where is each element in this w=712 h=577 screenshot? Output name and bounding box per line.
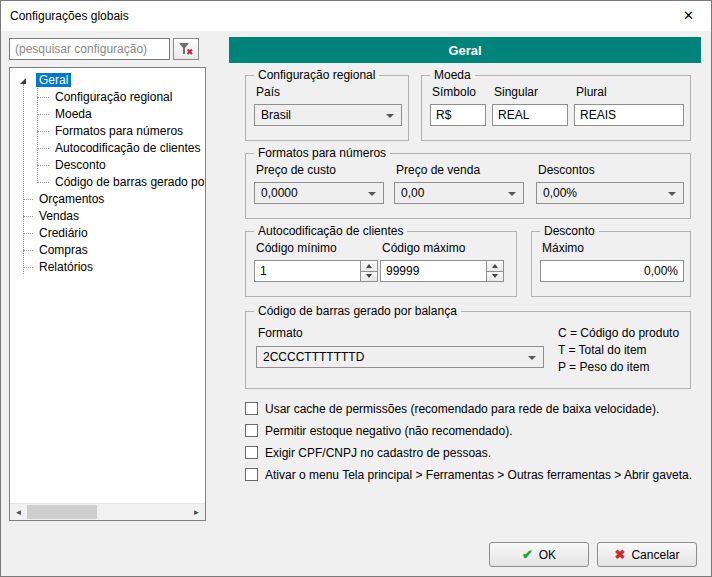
title-bar: Configurações globais ✕ xyxy=(1,1,711,31)
preco-venda-label: Preço de venda xyxy=(396,163,480,177)
tree-item-label[interactable]: Compras xyxy=(36,243,91,257)
tree-item-codigo-barras[interactable]: Código de barras gerado por bala xyxy=(10,174,205,191)
group-moeda: Moeda Símbolo Singular Plural xyxy=(421,75,691,141)
pais-label: País xyxy=(256,85,280,99)
tree-item-label[interactable]: Crediário xyxy=(36,226,91,240)
descontos-label: Descontos xyxy=(538,163,595,177)
plural-field[interactable] xyxy=(574,104,684,126)
spin-up-icon[interactable] xyxy=(487,261,503,271)
scrollbar-thumb[interactable] xyxy=(27,505,97,519)
cancel-button-label: Cancelar xyxy=(631,548,679,562)
group-desconto: Desconto Máximo xyxy=(531,231,691,297)
checkbox-row-cache-permissoes: Usar cache de permissões (recomendado pa… xyxy=(245,400,659,417)
ok-button[interactable]: ✔ OK xyxy=(489,542,589,567)
legend-p: P = Peso do item xyxy=(558,360,650,374)
tree-item-compras[interactable]: Compras xyxy=(10,242,205,259)
group-title: Moeda xyxy=(430,68,475,82)
preco-custo-label: Preço de custo xyxy=(256,163,336,177)
check-icon: ✔ xyxy=(522,547,533,562)
tree-item-moeda[interactable]: Moeda xyxy=(10,106,205,123)
spin-down-icon[interactable] xyxy=(361,271,377,282)
scroll-left-icon[interactable]: ◄ xyxy=(10,504,27,520)
window-title: Configurações globais xyxy=(1,9,129,23)
legend-t: T = Total do item xyxy=(558,343,647,357)
formato-combobox[interactable]: 2CCCCTTTTTTTD xyxy=(256,346,544,368)
filter-x-icon xyxy=(178,42,194,56)
group-title: Formatos para números xyxy=(254,146,390,160)
tree-item-label[interactable]: Orçamentos xyxy=(36,192,107,206)
preco-venda-value: 0,00 xyxy=(401,186,424,200)
descontos-value: 0,00% xyxy=(543,186,577,200)
tree-item-geral[interactable]: Geral xyxy=(10,72,205,89)
tree-item-label[interactable]: Código de barras gerado por bala xyxy=(52,175,206,189)
tree-item-autocodificacao[interactable]: Autocodificação de clientes xyxy=(10,140,205,157)
settings-dialog: Configurações globais ✕ Geral Configuraç… xyxy=(0,0,712,577)
checkbox-row-exigir-cpf: Exigir CPF/CNPJ no cadastro de pessoas. xyxy=(245,444,491,461)
checkbox-label: Permitir estoque negativo (não recomenda… xyxy=(265,424,512,438)
checkbox-row-estoque-negativo: Permitir estoque negativo (não recomenda… xyxy=(245,422,512,439)
tree-item-vendas[interactable]: Vendas xyxy=(10,208,205,225)
checkbox-label: Exigir CPF/CNPJ no cadastro de pessoas. xyxy=(265,446,491,460)
plural-label: Plural xyxy=(576,85,607,99)
preco-custo-value: 0,0000 xyxy=(261,186,298,200)
x-icon: ✖ xyxy=(615,547,626,562)
pais-combobox[interactable]: Brasil xyxy=(254,104,402,126)
tree-item-label[interactable]: Configuração regional xyxy=(52,90,175,104)
tree-item-label[interactable]: Geral xyxy=(36,73,71,87)
codigo-minimo-label: Código mínimo xyxy=(256,241,337,255)
formato-label: Formato xyxy=(258,326,303,340)
codigo-maximo-label: Código máximo xyxy=(382,241,465,255)
descontos-combobox[interactable]: 0,00% xyxy=(536,182,684,204)
checkbox-exigir-cpf[interactable] xyxy=(245,446,258,459)
spin-down-icon[interactable] xyxy=(487,271,503,282)
tree-horizontal-scrollbar[interactable]: ◄ ► xyxy=(10,503,205,520)
group-configuracao-regional: Configuração regional País Brasil xyxy=(245,75,409,141)
group-autocodificacao: Autocodificação de clientes Código mínim… xyxy=(245,231,517,297)
checkbox-abrir-gaveta[interactable] xyxy=(245,468,258,481)
pais-value: Brasil xyxy=(261,108,291,122)
tree-item-formatos-numeros[interactable]: Formatos para números xyxy=(10,123,205,140)
codigo-minimo-stepper xyxy=(254,260,378,282)
ok-button-label: OK xyxy=(539,548,556,562)
expanded-node-icon[interactable] xyxy=(20,78,26,84)
preco-custo-combobox[interactable]: 0,0000 xyxy=(254,182,384,204)
tree-item-label[interactable]: Autocodificação de clientes xyxy=(52,141,203,155)
cancel-button[interactable]: ✖ Cancelar xyxy=(597,542,697,567)
close-icon[interactable]: ✕ xyxy=(666,1,711,31)
singular-field[interactable] xyxy=(492,104,568,126)
checkbox-label: Usar cache de permissões (recomendado pa… xyxy=(265,402,659,416)
group-formatos-numeros: Formatos para números Preço de custo Pre… xyxy=(245,153,691,219)
tree-item-configuracao-regional[interactable]: Configuração regional xyxy=(10,89,205,106)
clear-filter-button[interactable] xyxy=(173,38,199,60)
group-codigo-barras: Código de barras gerado por balança Form… xyxy=(245,311,691,389)
legend-c: C = Código do produto xyxy=(558,326,679,340)
group-title: Autocodificação de clientes xyxy=(254,224,407,238)
tree-item-label[interactable]: Formatos para números xyxy=(52,124,186,138)
group-title: Configuração regional xyxy=(254,68,379,82)
tree-item-relatorios[interactable]: Relatórios xyxy=(10,259,205,276)
tree-item-crediario[interactable]: Crediário xyxy=(10,225,205,242)
spinner xyxy=(360,261,377,281)
settings-tree: Geral Configuração regional Moeda Format… xyxy=(9,67,206,521)
scroll-right-icon[interactable]: ► xyxy=(188,504,205,520)
spinner xyxy=(486,261,503,281)
group-title: Desconto xyxy=(540,224,599,238)
tree-item-label[interactable]: Moeda xyxy=(52,107,95,121)
spin-up-icon[interactable] xyxy=(361,261,377,271)
simbolo-field[interactable] xyxy=(430,104,486,126)
tree-item-label[interactable]: Desconto xyxy=(52,158,109,172)
preco-venda-combobox[interactable]: 0,00 xyxy=(394,182,524,204)
codigo-maximo-stepper xyxy=(380,260,504,282)
tree-item-label[interactable]: Vendas xyxy=(36,209,82,223)
tree-item-orcamentos[interactable]: Orçamentos xyxy=(10,191,205,208)
desconto-maximo-label: Máximo xyxy=(542,241,584,255)
checkbox-row-abrir-gaveta: Ativar o menu Tela principal > Ferrament… xyxy=(245,466,692,483)
desconto-maximo-field[interactable] xyxy=(540,260,684,282)
checkbox-cache-permissoes[interactable] xyxy=(245,402,258,415)
search-input[interactable] xyxy=(9,38,170,60)
tree-item-label[interactable]: Relatórios xyxy=(36,260,96,274)
panel-header: Geral xyxy=(229,37,701,63)
tree-item-desconto[interactable]: Desconto xyxy=(10,157,205,174)
checkbox-estoque-negativo[interactable] xyxy=(245,424,258,437)
group-title: Código de barras gerado por balança xyxy=(254,304,461,318)
